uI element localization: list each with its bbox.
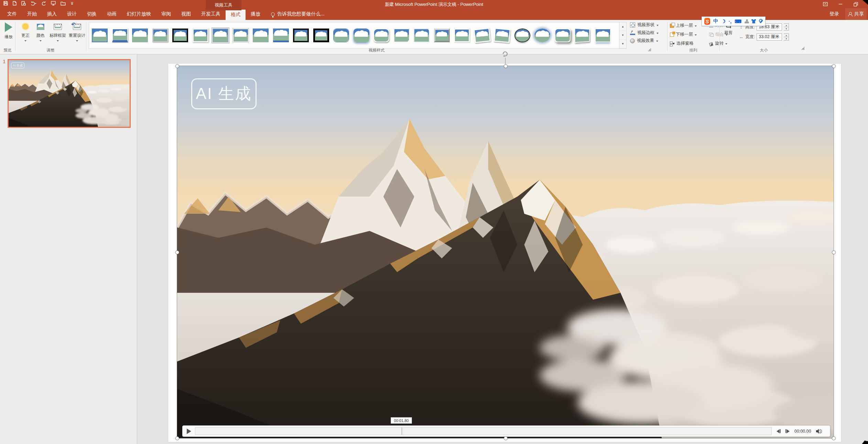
punctuation-icon[interactable]: ·,	[729, 19, 732, 24]
media-timeline[interactable]	[195, 427, 772, 435]
height-stepper[interactable]: ▲▼	[784, 23, 789, 31]
size-dialog-launcher-icon[interactable]	[801, 47, 804, 50]
video-style-thumb-dblgray[interactable]	[213, 29, 228, 42]
video-style-thumb-bevel[interactable]	[414, 29, 430, 42]
person-icon[interactable]	[745, 19, 748, 24]
video-style-thumb-roundwhite[interactable]	[373, 29, 389, 42]
video-style-thumb-plainbar[interactable]	[273, 29, 289, 42]
volume-icon[interactable]	[816, 429, 822, 434]
video-style-thumb-inset[interactable]	[454, 29, 470, 42]
tab-文件[interactable]: 文件	[2, 8, 22, 20]
tab-切换[interactable]: 切换	[82, 8, 102, 20]
video-border-icon	[630, 30, 635, 35]
ribbon-display-options-icon[interactable]	[818, 0, 833, 8]
shirt-icon[interactable]	[751, 19, 756, 23]
video-shape-button[interactable]: 视频形状	[630, 22, 659, 28]
sogou-logo[interactable]: S	[704, 18, 710, 25]
moon-icon[interactable]: ☽	[721, 19, 726, 24]
video-style-thumb-plain[interactable]	[253, 29, 269, 42]
screen-corner-artifact	[862, 0, 868, 5]
video-border-button[interactable]: 视频边框	[630, 30, 659, 36]
group-label-adjust: 调整	[15, 48, 86, 53]
video-style-thumb-soft[interactable]	[132, 29, 148, 42]
tab-视图[interactable]: 视图	[176, 8, 196, 20]
video-style-thumb-reflect[interactable]	[595, 29, 611, 42]
dropdown-arrow-icon	[695, 34, 697, 36]
restore-icon[interactable]	[848, 0, 863, 8]
sign-in-button[interactable]: 登录	[829, 11, 839, 17]
video-shape-icon	[630, 22, 635, 27]
video-style-thumb-oval[interactable]	[534, 29, 550, 42]
video-style-thumb-round[interactable]	[333, 29, 349, 42]
sun-icon	[22, 21, 29, 32]
video-style-thumb-curl[interactable]	[394, 29, 410, 42]
wrench-icon[interactable]	[759, 19, 763, 24]
adjust-button-1[interactable]: 更正	[18, 21, 33, 42]
width-label: 宽度:	[745, 34, 755, 40]
tab-插入[interactable]: 插入	[42, 8, 62, 20]
handle-mid-left[interactable]	[175, 251, 179, 254]
video-style-thumb-r3d[interactable]	[555, 29, 571, 42]
slide-thumbnail[interactable]: AI 生成	[8, 59, 131, 128]
tell-me-box[interactable]: 告诉我您想要做什么...	[265, 8, 330, 20]
video-style-thumb-blackthick[interactable]	[313, 29, 329, 42]
video-style-thumb-black[interactable]	[172, 29, 188, 42]
handle-bottom-left[interactable]	[175, 436, 179, 440]
selection-pane-button[interactable]: 选择窗格	[670, 41, 697, 46]
handle-bottom-center[interactable]	[504, 436, 508, 440]
handle-top-right[interactable]	[832, 64, 836, 68]
keyboard-icon[interactable]: ⌨	[735, 19, 741, 24]
rotate-handle-icon[interactable]	[501, 50, 509, 59]
move-back-frame-button[interactable]	[777, 429, 781, 433]
adjust-button-4[interactable]: ↶重置设计	[67, 21, 87, 42]
video-style-thumb-tiltl[interactable]	[474, 28, 491, 43]
video-styles-dialog-launcher-icon[interactable]	[648, 48, 651, 51]
chinese-mode-icon[interactable]: 中	[713, 18, 718, 24]
media-play-button[interactable]	[183, 429, 195, 434]
minimize-icon[interactable]	[833, 0, 848, 8]
tab-设计[interactable]: 设计	[62, 8, 82, 20]
video-style-thumb-thinwhite[interactable]	[233, 29, 249, 42]
handle-mid-right[interactable]	[832, 251, 836, 254]
adjust-button-3[interactable]: 标牌框架	[48, 21, 67, 42]
width-stepper[interactable]: ▲▼	[784, 33, 789, 41]
video-effects-button[interactable]: 视频效果	[630, 38, 659, 44]
move-forward-frame-button[interactable]	[785, 429, 790, 433]
tab-动画[interactable]: 动画	[102, 8, 122, 20]
video-style-thumb-roundglow[interactable]	[354, 29, 369, 42]
tab-开始[interactable]: 开始	[22, 8, 42, 20]
video-style-thumb-blackin[interactable]	[293, 29, 309, 42]
send-backward-button[interactable]: 下移一层	[670, 32, 697, 37]
video-style-thumb-tiltr[interactable]	[493, 28, 510, 43]
tab-播放[interactable]: 播放	[246, 8, 265, 20]
adjust-button-2[interactable]: 颜色	[33, 21, 48, 42]
powerpoint-window: 新建 Microsoft PowerPoint 演示文稿 - PowerPoin…	[0, 0, 868, 444]
handle-top-center[interactable]	[504, 64, 508, 68]
play-button[interactable]: 播放	[2, 21, 15, 40]
video-style-thumb-persp[interactable]	[574, 28, 589, 43]
video-style-thumb-gray[interactable]	[152, 29, 168, 42]
video-object[interactable]: AI 生成	[177, 66, 834, 438]
share-button[interactable]: 共享	[845, 8, 867, 20]
tab-幻灯片放映[interactable]: 幻灯片放映	[122, 8, 156, 20]
video-style-thumb-white[interactable]	[193, 29, 208, 42]
slide-number: 1	[3, 58, 6, 64]
bring-forward-button[interactable]: 上移一层	[670, 23, 697, 29]
window-controls	[818, 0, 863, 8]
gallery-more-icon[interactable]: ▼	[619, 40, 626, 48]
handle-top-left[interactable]	[175, 64, 179, 68]
playhead-marker[interactable]	[402, 428, 402, 435]
width-input[interactable]: 33.02 厘米	[757, 33, 782, 41]
dropdown-arrow-icon	[24, 40, 26, 42]
contextual-tab-header: 视频工具	[206, 0, 241, 10]
video-style-thumb-metal[interactable]	[434, 29, 450, 42]
video-style-thumb-whitebar[interactable]	[112, 29, 128, 42]
tab-审阅[interactable]: 审阅	[156, 8, 176, 20]
tab-格式[interactable]: 格式	[226, 10, 246, 20]
handle-bottom-right[interactable]	[832, 436, 836, 440]
scroll-down-icon[interactable]: ▼	[619, 31, 626, 40]
scroll-up-icon[interactable]: ▲	[619, 22, 626, 31]
video-style-thumb-dblblue[interactable]	[92, 29, 108, 42]
rotate-button[interactable]: 旋转	[709, 41, 728, 46]
video-style-thumb-circle[interactable]	[514, 29, 530, 42]
